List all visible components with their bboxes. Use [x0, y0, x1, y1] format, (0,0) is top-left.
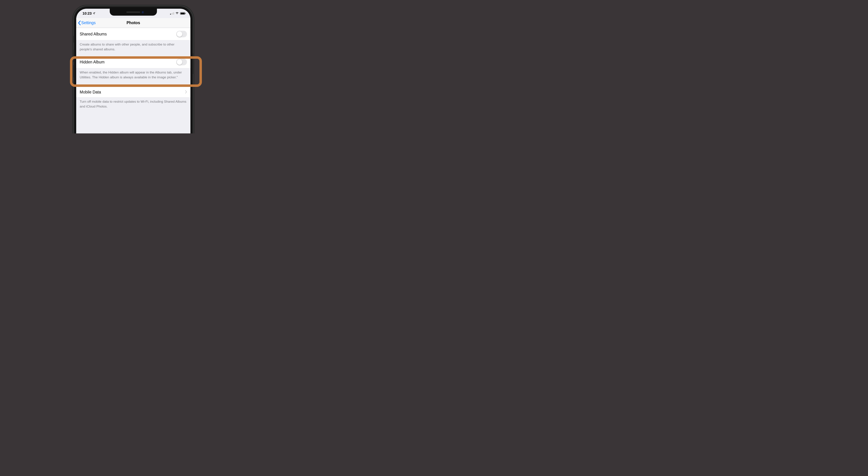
hidden-album-toggle[interactable] — [176, 59, 187, 65]
mobile-data-label: Mobile Data — [80, 90, 185, 94]
shared-albums-footer: Create albums to share with other people… — [76, 40, 190, 56]
silence-switch — [73, 36, 74, 43]
power-button — [193, 53, 194, 74]
nav-bar: Settings Photos — [76, 18, 190, 28]
mobile-data-row[interactable]: Mobile Data — [76, 87, 190, 97]
back-label: Settings — [81, 21, 96, 25]
shared-albums-toggle[interactable] — [176, 31, 187, 37]
battery-icon — [180, 12, 185, 14]
cellular-signal-icon — [170, 12, 174, 14]
notch — [110, 9, 157, 16]
hidden-album-row: Hidden Album — [76, 56, 190, 68]
hidden-album-footer: When enabled, the Hidden album will appe… — [76, 68, 190, 84]
chevron-right-icon — [185, 90, 187, 94]
mobile-data-footer: Turn off mobile data to restrict updates… — [76, 97, 190, 113]
hidden-album-label: Hidden Album — [80, 60, 176, 64]
volume-down-button — [73, 65, 74, 78]
back-button[interactable]: Settings — [78, 18, 96, 28]
location-icon — [93, 11, 95, 16]
volume-up-button — [73, 50, 74, 62]
shared-albums-label: Shared Albums — [80, 32, 176, 36]
phone-frame: 10:23 Settin — [74, 6, 193, 133]
status-time: 10:23 — [83, 11, 92, 16]
wifi-icon — [175, 12, 179, 15]
page-title: Photos — [127, 21, 140, 25]
shared-albums-row: Shared Albums — [76, 28, 190, 40]
